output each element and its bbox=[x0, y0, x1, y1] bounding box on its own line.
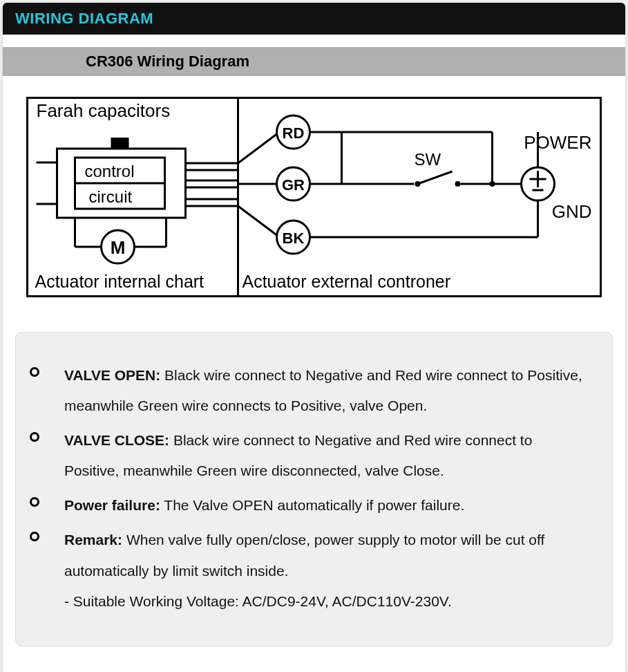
left-caption: Actuator internal chart bbox=[35, 272, 204, 291]
power-label: POWER bbox=[524, 132, 591, 153]
notes-box: VALVE OPEN: Black wire connect to Negati… bbox=[15, 332, 613, 646]
note-footer: - Suitable Working Voltage: AC/DC9-24V, … bbox=[64, 593, 452, 609]
terminal-bk-label: BK bbox=[283, 230, 305, 247]
subheader: CR306 Wiring Diagram bbox=[3, 47, 625, 76]
note-item: Remark: When valve fully open/close, pow… bbox=[64, 525, 587, 616]
subheader-title: CR306 Wiring Diagram bbox=[86, 53, 249, 70]
switch-lever bbox=[418, 171, 453, 184]
note-item: Power failure: The Valve OPEN automatica… bbox=[64, 490, 587, 521]
right-caption: Actuator external controner bbox=[242, 272, 451, 291]
spacer bbox=[3, 35, 625, 47]
motor-label: M bbox=[111, 237, 126, 258]
page-container: WIRING DIAGRAM CR306 Wiring Diagram Fara… bbox=[3, 3, 625, 672]
wiring-diagram-svg: Farah capacitors control circuit bbox=[28, 99, 600, 295]
note-label: Power failure: bbox=[64, 497, 160, 513]
terminal-rd-label: RD bbox=[283, 124, 305, 142]
bullet-icon bbox=[30, 497, 39, 507]
section-header-title: WIRING DIAGRAM bbox=[15, 10, 153, 27]
control-label-2: circuit bbox=[89, 187, 133, 206]
terminal-gr-label: GR bbox=[282, 176, 305, 194]
note-label: VALVE CLOSE: bbox=[64, 432, 169, 448]
svg-line-8 bbox=[238, 132, 280, 163]
note-label: VALVE OPEN: bbox=[64, 367, 160, 383]
note-label: Remark: bbox=[64, 532, 122, 548]
bullet-icon bbox=[30, 532, 39, 541]
note-item: VALVE OPEN: Black wire connect to Negati… bbox=[64, 360, 587, 421]
bullet-icon bbox=[30, 367, 39, 377]
svg-point-21 bbox=[455, 181, 461, 187]
bullet-icon bbox=[30, 432, 39, 442]
svg-line-14 bbox=[238, 206, 280, 237]
switch-label: SW bbox=[415, 150, 441, 169]
capacitors-label: Farah capacitors bbox=[37, 100, 171, 121]
section-header: WIRING DIAGRAM bbox=[3, 3, 625, 35]
gnd-label: GND bbox=[552, 201, 592, 222]
note-text: When valve fully open/close, power suppl… bbox=[64, 532, 544, 578]
control-label-1: control bbox=[85, 162, 135, 180]
diagram-frame: Farah capacitors control circuit bbox=[26, 97, 602, 297]
diagram-area: Farah capacitors control circuit bbox=[3, 76, 625, 332]
note-text: The Valve OPEN automatically if power fa… bbox=[160, 497, 464, 513]
note-item: VALVE CLOSE: Black wire connect to Negat… bbox=[64, 425, 587, 486]
capacitor-icon bbox=[111, 138, 129, 149]
